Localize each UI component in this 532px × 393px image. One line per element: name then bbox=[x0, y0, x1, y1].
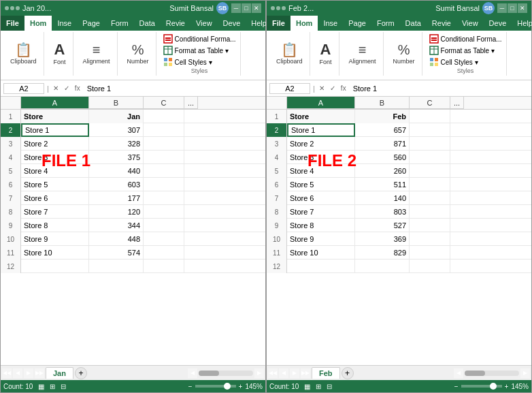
cell-11b-2[interactable]: 829 bbox=[355, 246, 410, 260]
cell-10b-2[interactable]: 369 bbox=[355, 232, 410, 246]
tab-page-2[interactable]: Page bbox=[343, 16, 371, 31]
scroll-left-btn-2[interactable]: ◀ bbox=[454, 368, 463, 378]
nav-prev-btn-2[interactable]: ◀ bbox=[279, 368, 288, 378]
col-header-b-2[interactable]: B bbox=[355, 97, 410, 109]
tab-home-1[interactable]: Hom bbox=[24, 16, 52, 31]
alignment-icon-1[interactable]: ≡ Alignment bbox=[80, 42, 113, 66]
horiz-scrollbar-1[interactable] bbox=[199, 371, 253, 376]
cell-4a[interactable]: Store 3 bbox=[21, 151, 89, 164]
tab-view-1[interactable]: View bbox=[190, 16, 218, 31]
formula-input-2[interactable] bbox=[350, 84, 529, 93]
cell-12b-2[interactable] bbox=[355, 260, 410, 273]
cell-8a-2[interactable]: Store 7 bbox=[287, 205, 355, 219]
cell-7a[interactable]: Store 6 bbox=[21, 191, 89, 205]
cell-7b[interactable]: 177 bbox=[89, 191, 144, 205]
cell-10a[interactable]: Store 9 bbox=[21, 232, 89, 246]
font-icon-1[interactable]: A Font bbox=[51, 41, 69, 67]
cell-4a-2[interactable]: Store 3 bbox=[287, 151, 355, 164]
cell-6b[interactable]: 603 bbox=[89, 178, 144, 191]
cell-12c[interactable] bbox=[144, 260, 184, 273]
clipboard-icon-2[interactable]: 📋 Clipboard bbox=[273, 42, 305, 66]
cell-styles-btn-2[interactable]: Cell Styles ▾ bbox=[428, 57, 503, 67]
format-table-btn-2[interactable]: Format as Table ▾ bbox=[428, 45, 503, 56]
nav-last-btn-2[interactable]: ▶▶ bbox=[301, 368, 310, 378]
cancel-formula-btn-1[interactable]: ✕ bbox=[52, 84, 60, 92]
cell-5a-2[interactable]: Store 4 bbox=[287, 164, 355, 178]
cell-2c-2[interactable] bbox=[410, 123, 450, 137]
tab-dev-1[interactable]: Deve bbox=[218, 16, 246, 31]
cell-6a-2[interactable]: Store 5 bbox=[287, 178, 355, 191]
sheet-tab-feb-2[interactable]: Feb bbox=[312, 367, 340, 379]
nav-first-btn-2[interactable]: ◀◀ bbox=[268, 368, 278, 378]
formula-input-1[interactable] bbox=[84, 84, 263, 93]
cell-5b[interactable]: 440 bbox=[89, 164, 144, 178]
number-icon-1[interactable]: % Number bbox=[124, 42, 152, 66]
view-normal-icon-1[interactable]: ▦ bbox=[38, 383, 44, 390]
cell-5c[interactable] bbox=[144, 164, 184, 178]
cell-10a-2[interactable]: Store 9 bbox=[287, 232, 355, 246]
col-header-c-2[interactable]: C bbox=[410, 97, 450, 109]
cell-6a[interactable]: Store 5 bbox=[21, 178, 89, 191]
zoom-in-btn-1[interactable]: + bbox=[239, 383, 243, 390]
col-header-a-2[interactable]: A bbox=[287, 97, 355, 109]
cell-8c[interactable] bbox=[144, 205, 184, 219]
cell-11c-2[interactable] bbox=[410, 246, 450, 260]
cell-4c-2[interactable] bbox=[410, 151, 450, 164]
cell-7c[interactable] bbox=[144, 191, 184, 205]
cell-7a-2[interactable]: Store 6 bbox=[287, 191, 355, 205]
view-normal-icon-2[interactable]: ▦ bbox=[304, 383, 310, 390]
number-icon-2[interactable]: % Number bbox=[390, 42, 418, 66]
nav-next-btn-1[interactable]: ▶ bbox=[24, 368, 33, 378]
cond-format-btn-2[interactable]: Conditional Forma... bbox=[428, 33, 503, 44]
cell-8b[interactable]: 120 bbox=[89, 205, 144, 219]
cell-12a[interactable] bbox=[21, 260, 89, 273]
nav-first-btn-1[interactable]: ◀◀ bbox=[2, 368, 12, 378]
confirm-formula-btn-1[interactable]: ✓ bbox=[63, 84, 71, 92]
zoom-in-btn-2[interactable]: + bbox=[505, 383, 509, 390]
cell-11a-2[interactable]: Store 10 bbox=[287, 246, 355, 260]
tab-file-1[interactable]: File bbox=[1, 16, 24, 31]
cell-9b-2[interactable]: 527 bbox=[355, 219, 410, 232]
close-button-2[interactable]: ✕ bbox=[518, 3, 527, 13]
cell-5a[interactable]: Store 4 bbox=[21, 164, 89, 178]
tab-form-2[interactable]: Form bbox=[371, 16, 400, 31]
view-page-icon-2[interactable]: ⊟ bbox=[327, 383, 332, 390]
col-header-c-1[interactable]: C bbox=[144, 97, 184, 109]
cond-format-btn-1[interactable]: Conditional Forma... bbox=[162, 33, 237, 44]
cell-9c-2[interactable] bbox=[410, 219, 450, 232]
cell-1a-2[interactable]: Store bbox=[287, 110, 355, 123]
view-layout-icon-1[interactable]: ⊞ bbox=[50, 383, 55, 390]
view-page-icon-1[interactable]: ⊟ bbox=[61, 383, 66, 390]
cancel-formula-btn-2[interactable]: ✕ bbox=[318, 84, 326, 92]
tab-data-1[interactable]: Data bbox=[134, 16, 161, 31]
col-header-d-2[interactable]: ... bbox=[450, 97, 464, 109]
scroll-right-btn-1[interactable]: ▶ bbox=[254, 368, 264, 378]
cell-8b-2[interactable]: 803 bbox=[355, 205, 410, 219]
add-sheet-btn-2[interactable]: + bbox=[342, 367, 354, 379]
tab-page-1[interactable]: Page bbox=[77, 16, 105, 31]
format-table-btn-1[interactable]: Format as Table ▾ bbox=[162, 45, 237, 56]
cell-11c[interactable] bbox=[144, 246, 184, 260]
confirm-formula-btn-2[interactable]: ✓ bbox=[329, 84, 337, 92]
zoom-slider-1[interactable] bbox=[195, 385, 236, 388]
cell-3c-2[interactable] bbox=[410, 137, 450, 151]
tab-review-1[interactable]: Revie bbox=[161, 16, 190, 31]
horiz-scrollbar-2[interactable] bbox=[465, 371, 519, 376]
col-header-a-1[interactable]: A bbox=[21, 97, 89, 109]
cell-8c-2[interactable] bbox=[410, 205, 450, 219]
cell-3c[interactable] bbox=[144, 137, 184, 151]
cell-1b[interactable]: Jan bbox=[89, 110, 144, 123]
cell-ref-box-1[interactable] bbox=[3, 83, 44, 94]
cell-3a-2[interactable]: Store 2 bbox=[287, 137, 355, 151]
cell-11b[interactable]: 574 bbox=[89, 246, 144, 260]
cell-9c[interactable] bbox=[144, 219, 184, 232]
col-header-d-1[interactable]: ... bbox=[184, 97, 198, 109]
cell-4b[interactable]: 375 bbox=[89, 151, 144, 164]
close-button-1[interactable]: ✕ bbox=[252, 3, 261, 13]
tab-view-2[interactable]: View bbox=[456, 16, 484, 31]
maximize-button-2[interactable]: □ bbox=[508, 3, 517, 13]
insert-function-btn-2[interactable]: fx bbox=[339, 84, 348, 92]
cell-styles-btn-1[interactable]: Cell Styles ▾ bbox=[162, 57, 237, 67]
cell-10b[interactable]: 448 bbox=[89, 232, 144, 246]
cell-6c-2[interactable] bbox=[410, 178, 450, 191]
